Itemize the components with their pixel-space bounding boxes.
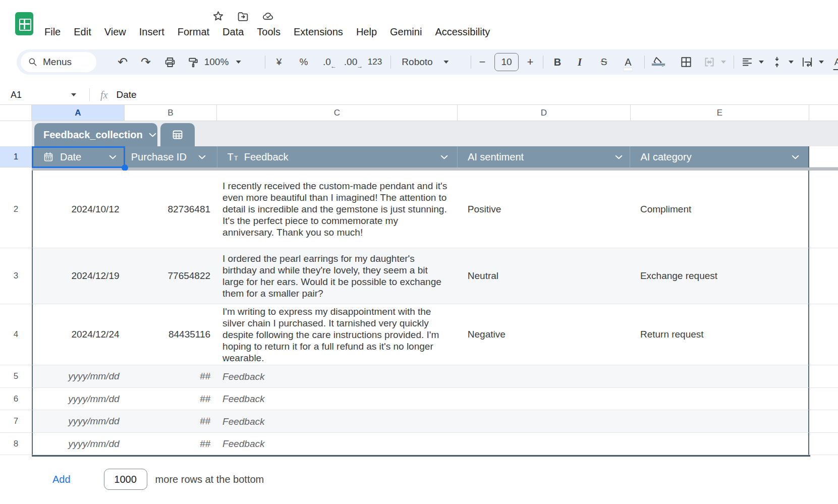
cell-b8[interactable]: ## — [126, 433, 218, 455]
cell-a4[interactable]: 2024/12/24 — [33, 304, 126, 365]
cell-e3[interactable]: Exchange request — [630, 248, 808, 304]
menu-gemini[interactable]: Gemini — [390, 26, 422, 38]
redo-button[interactable]: ↷ — [141, 49, 151, 75]
cell-b7[interactable]: ## — [126, 410, 218, 432]
cell-d5[interactable] — [458, 365, 630, 387]
cell-a5[interactable]: yyyy/mm/dd — [33, 365, 126, 387]
cell-c7[interactable]: Feedback — [217, 410, 458, 432]
cell-d8[interactable] — [458, 433, 630, 455]
paint-format-button[interactable] — [187, 49, 200, 75]
header-cell-purchase-id[interactable]: Purchase ID — [125, 146, 217, 167]
cell-d3[interactable]: Neutral — [458, 248, 630, 304]
cell-e2[interactable]: Compliment — [630, 171, 808, 248]
menu-edit[interactable]: Edit — [74, 26, 91, 38]
fill-color-button[interactable] — [652, 49, 665, 75]
cell-c6[interactable]: Feedback — [217, 388, 458, 410]
row-header-1[interactable]: 1 — [0, 146, 32, 167]
select-all-corner[interactable] — [0, 105, 32, 121]
cell-d4[interactable]: Negative — [458, 304, 630, 365]
name-box[interactable]: A1 — [0, 90, 76, 100]
table-view-chip[interactable] — [160, 123, 195, 146]
menu-accessibility[interactable]: Accessibility — [435, 26, 490, 38]
zoom-control[interactable]: 100% — [204, 49, 241, 75]
percent-format-button[interactable]: % — [300, 49, 308, 75]
bold-button[interactable]: B — [554, 49, 561, 75]
cell-c3[interactable]: I ordered the pearl earrings for my daug… — [217, 248, 458, 304]
increase-decimal-button[interactable]: .00→ — [344, 49, 357, 75]
undo-button[interactable]: ↶ — [118, 49, 128, 75]
column-header-b[interactable]: B — [125, 105, 217, 121]
cell-d2[interactable]: Positive — [458, 171, 630, 248]
grid-cell-f8[interactable] — [809, 433, 838, 455]
column-header-f-partial[interactable] — [809, 105, 838, 121]
menu-data[interactable]: Data — [222, 26, 244, 38]
grid-cell-f7[interactable] — [809, 410, 838, 433]
row-header-4[interactable]: 4 — [0, 304, 32, 365]
row-header-5[interactable]: 5 — [0, 365, 32, 388]
menu-format[interactable]: Format — [178, 26, 209, 38]
grid-cell-f5[interactable] — [809, 365, 838, 388]
menu-help[interactable]: Help — [356, 26, 377, 38]
column-header-c[interactable]: C — [217, 105, 458, 121]
cell-a3[interactable]: 2024/12/19 — [33, 248, 126, 304]
print-button[interactable] — [164, 49, 177, 75]
header-cell-ai-sentiment[interactable]: AI sentiment — [457, 146, 630, 167]
row-header-2[interactable]: 2 — [0, 171, 32, 248]
increase-font-size-button[interactable]: + — [527, 49, 534, 75]
text-wrap-button[interactable] — [801, 49, 824, 75]
merge-cells-button[interactable] — [703, 49, 726, 75]
cell-c5[interactable]: Feedback — [217, 365, 458, 387]
cell-e8[interactable] — [630, 433, 808, 455]
row-header-3[interactable]: 3 — [0, 248, 32, 304]
vertical-align-button[interactable] — [770, 49, 794, 75]
cell-c8[interactable]: Feedback — [217, 433, 458, 455]
header-cell-date[interactable]: Date — [32, 146, 125, 167]
font-family-control[interactable]: Roboto — [402, 49, 449, 75]
chevron-down-icon[interactable] — [109, 155, 117, 159]
font-size-field[interactable]: 10 — [494, 49, 519, 75]
cell-a8[interactable]: yyyy/mm/dd — [33, 433, 126, 455]
cell-e5[interactable] — [630, 365, 808, 387]
chevron-down-icon[interactable] — [615, 155, 623, 159]
add-rows-button[interactable]: Add — [52, 474, 71, 485]
cell-c4[interactable]: I'm writing to express my disappointment… — [217, 304, 458, 365]
cell-e4[interactable]: Return request — [630, 304, 808, 365]
cell-e6[interactable] — [630, 388, 808, 410]
cell-b5[interactable]: ## — [126, 365, 218, 387]
menu-extensions[interactable]: Extensions — [294, 26, 343, 38]
row-header-8[interactable]: 8 — [0, 433, 32, 455]
column-header-a[interactable]: A — [32, 105, 125, 121]
header-cell-ai-category[interactable]: AI category — [630, 146, 808, 167]
menu-tools[interactable]: Tools — [257, 26, 281, 38]
header-cell-feedback[interactable]: TT Feedback — [217, 146, 457, 167]
cell-d7[interactable] — [458, 410, 630, 432]
borders-button[interactable] — [680, 49, 693, 75]
decrease-decimal-button[interactable]: .0← — [323, 49, 331, 75]
column-header-d[interactable]: D — [458, 105, 631, 121]
horizontal-align-button[interactable] — [741, 49, 764, 75]
chevron-down-icon[interactable] — [198, 155, 206, 159]
cell-d6[interactable] — [458, 388, 630, 410]
grid-cell-f4[interactable] — [809, 304, 838, 365]
row-header-6[interactable]: 6 — [0, 388, 32, 410]
cell-e7[interactable] — [630, 410, 808, 432]
column-header-e[interactable]: E — [631, 105, 809, 121]
formula-input[interactable]: Date — [116, 89, 136, 100]
cell-b2[interactable]: 82736481 — [126, 171, 218, 248]
text-color-button[interactable]: A — [625, 49, 631, 75]
grid-cell-f3[interactable] — [809, 248, 838, 304]
menu-insert[interactable]: Insert — [139, 26, 164, 38]
move-folder-icon[interactable] — [237, 10, 249, 23]
row-header-7[interactable]: 7 — [0, 410, 32, 433]
grid-cell-f6[interactable] — [809, 388, 838, 410]
cell-b6[interactable]: ## — [126, 388, 218, 410]
table-name-chip[interactable]: Feedback_collection — [34, 123, 157, 146]
cell-c2[interactable]: I recently received the custom-made pend… — [217, 171, 458, 248]
row-count-input[interactable] — [104, 469, 147, 490]
menus-search[interactable]: Menus — [21, 52, 96, 72]
strikethrough-button[interactable]: S — [601, 49, 607, 75]
cell-a7[interactable]: yyyy/mm/dd — [33, 410, 126, 432]
decrease-font-size-button[interactable]: − — [479, 49, 486, 75]
chevron-down-icon[interactable] — [440, 155, 448, 159]
menu-file[interactable]: File — [44, 26, 61, 38]
